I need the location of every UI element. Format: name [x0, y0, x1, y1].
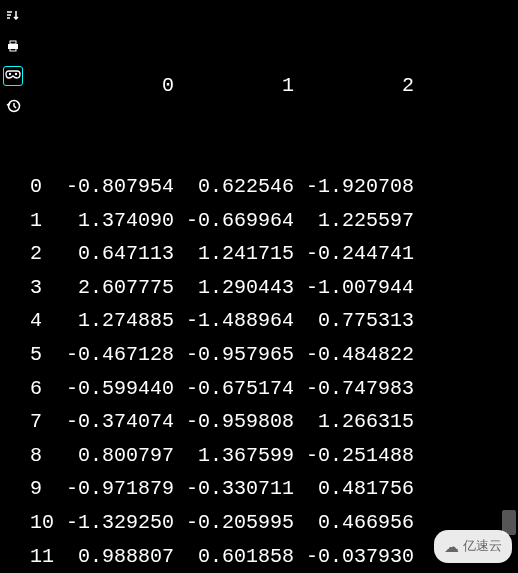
cell-value: 0.775313	[294, 304, 414, 338]
cell-value: -1.488964	[174, 304, 294, 338]
row-index: 1	[30, 204, 54, 238]
cell-value: 1.374090	[54, 204, 174, 238]
cell-value: 1.367599	[174, 439, 294, 473]
table-row: 6-0.599440-0.675174-0.747983	[30, 372, 518, 406]
table-row: 20.6471131.241715-0.244741	[30, 237, 518, 271]
cell-value: -0.675174	[174, 372, 294, 406]
table-row: 7-0.374074-0.9598081.266315	[30, 405, 518, 439]
cell-value: 1.225597	[294, 204, 414, 238]
svg-point-3	[9, 73, 11, 75]
cell-value: 0.988807	[54, 540, 174, 574]
table-row: 9-0.971879-0.3307110.481756	[30, 472, 518, 506]
table-header-row: 012	[30, 69, 518, 103]
row-index: 10	[30, 506, 54, 540]
watermark-text: 亿速云	[463, 535, 502, 557]
table-row: 11.374090-0.6699641.225597	[30, 204, 518, 238]
cell-value: -0.957965	[174, 338, 294, 372]
cell-value: 0.800797	[54, 439, 174, 473]
cell-value: -0.467128	[54, 338, 174, 372]
dataframe-output: 012 0-0.8079540.622546-1.92070811.374090…	[26, 0, 518, 573]
svg-point-4	[15, 73, 17, 75]
row-index: 9	[30, 472, 54, 506]
row-index: 7	[30, 405, 54, 439]
cell-value: 1.241715	[174, 237, 294, 271]
cell-value: 0.601858	[174, 540, 294, 574]
column-header: 1	[174, 69, 294, 103]
watermark-badge: ☁ 亿速云	[434, 530, 512, 563]
cell-value: -0.037930	[294, 540, 414, 574]
cell-value: -0.971879	[54, 472, 174, 506]
row-index: 3	[30, 271, 54, 305]
cell-value: 2.607775	[54, 271, 174, 305]
cloud-icon: ☁	[444, 534, 459, 559]
cell-value: -0.251488	[294, 439, 414, 473]
row-index: 8	[30, 439, 54, 473]
toolbar	[0, 0, 26, 573]
cell-value: -0.244741	[294, 237, 414, 271]
cell-value: -0.205995	[174, 506, 294, 540]
cell-value: 1.266315	[294, 405, 414, 439]
cell-value: 0.647113	[54, 237, 174, 271]
cell-value: -1.329250	[54, 506, 174, 540]
cell-value: -0.959808	[174, 405, 294, 439]
sort-icon[interactable]	[3, 6, 23, 26]
cell-value: -1.007944	[294, 271, 414, 305]
svg-rect-2	[10, 48, 16, 51]
table-row: 0-0.8079540.622546-1.920708	[30, 170, 518, 204]
cell-value: -0.374074	[54, 405, 174, 439]
cell-value: 1.290443	[174, 271, 294, 305]
cell-value: -0.807954	[54, 170, 174, 204]
row-index: 5	[30, 338, 54, 372]
print-icon[interactable]	[3, 36, 23, 56]
table-row: 41.274885-1.4889640.775313	[30, 304, 518, 338]
mask-icon[interactable]	[3, 66, 23, 86]
cell-value: 1.274885	[54, 304, 174, 338]
row-index: 2	[30, 237, 54, 271]
column-header: 0	[54, 69, 174, 103]
table-row: 5-0.467128-0.957965-0.484822	[30, 338, 518, 372]
cell-value: -1.920708	[294, 170, 414, 204]
table-row: 80.8007971.367599-0.251488	[30, 439, 518, 473]
cell-value: 0.622546	[174, 170, 294, 204]
row-index: 4	[30, 304, 54, 338]
cell-value: -0.669964	[174, 204, 294, 238]
row-index: 0	[30, 170, 54, 204]
cell-value: -0.747983	[294, 372, 414, 406]
row-index: 6	[30, 372, 54, 406]
svg-rect-1	[10, 41, 16, 44]
cell-value: 0.466956	[294, 506, 414, 540]
cell-value: 0.481756	[294, 472, 414, 506]
cell-value: -0.330711	[174, 472, 294, 506]
row-index: 11	[30, 540, 54, 574]
cell-value: -0.599440	[54, 372, 174, 406]
history-icon[interactable]	[3, 96, 23, 116]
column-header: 2	[294, 69, 414, 103]
cell-value: -0.484822	[294, 338, 414, 372]
table-row: 32.6077751.290443-1.007944	[30, 271, 518, 305]
